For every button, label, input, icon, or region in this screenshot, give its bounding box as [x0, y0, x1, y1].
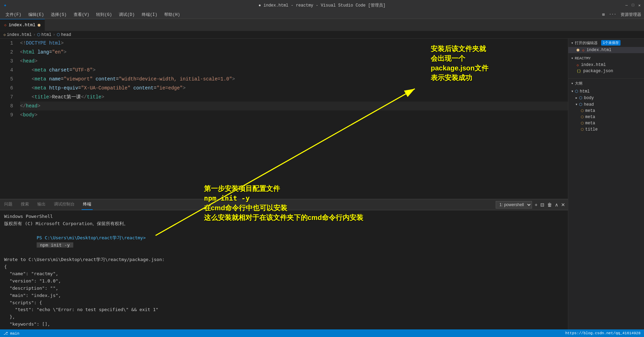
outline-meta3-label: meta [585, 121, 595, 126]
menu-bar: 文件(F) 编辑(E) 选择(S) 查看(V) 转到(G) 调试(D) 终端(I… [0, 10, 644, 19]
menu-edit[interactable]: 编辑(E) [26, 11, 47, 18]
code-line-1: <!DOCTYPE html> [20, 39, 568, 48]
terminal-json-test: "test": "echo \"Error: no test specified… [4, 306, 564, 314]
more-icon[interactable]: ··· [609, 12, 616, 17]
expand-panel-btn[interactable]: ∧ [555, 202, 558, 208]
terminal-json-keywords: "keywords": [], [4, 321, 564, 328]
terminal-dropdown[interactable]: 1: powershell [496, 201, 532, 209]
status-bar: ⎇ main https://blog.csdn.net/qq_41614928 [0, 329, 644, 337]
html-icon: ◇ [582, 48, 585, 52]
breadcrumb-head: head [61, 32, 71, 37]
outline-meta1-label: meta [585, 108, 595, 113]
outline-title-label: title [585, 127, 598, 132]
file-name-index: index.html [581, 62, 606, 67]
tab-output[interactable]: 输出 [36, 199, 47, 210]
tab-modified-dot [38, 24, 40, 27]
status-right: https://blog.csdn.net/qq_41614928 [565, 331, 641, 335]
outline-meta2-icon: ⬡ [581, 115, 584, 119]
outline-header[interactable]: ▾ 大纲 [568, 79, 644, 88]
delete-terminal-btn[interactable]: 🗑 [547, 202, 552, 208]
chevron-icon: ▾ [571, 41, 573, 45]
line-numbers: 1 2 3 4 5 6 7 8 9 [0, 39, 17, 119]
terminal-content[interactable]: Windows PowerShell 版权所有 (C) Microsoft Co… [0, 210, 568, 337]
close-btn[interactable]: ✕ [638, 3, 641, 8]
breadcrumb-item-head: ⬡ head [57, 32, 71, 37]
sidebar: ▾ 打开的编辑器 1个未保存 ◇ index.html ▾ REACTMY ◇ [568, 39, 644, 337]
menu-goto[interactable]: 转到(G) [93, 11, 115, 18]
outline-html-label: html [580, 89, 590, 94]
tab-label: index.html [9, 22, 36, 28]
breadcrumb: ◇ index.html › ⬡ html › ⬡ head [0, 31, 644, 39]
file-icon-json: {} [577, 69, 581, 73]
editor-area[interactable]: 1 2 3 4 5 6 7 8 9 <!DOCTYPE html> [0, 39, 568, 337]
open-editors-label: 打开的编辑器 [575, 40, 598, 46]
tab-problems[interactable]: 问题 [3, 199, 14, 210]
open-file-name: index.html [587, 48, 612, 52]
tab-bar: ◇ index.html [0, 19, 644, 31]
menu-select[interactable]: 选择(S) [48, 11, 69, 18]
outline-meta3-icon: ⬡ [581, 121, 584, 125]
panel-tab-controls: 1: powershell + ⊟ 🗑 ∧ ✕ [496, 201, 565, 209]
editor-tab-index-html[interactable]: ◇ index.html [0, 19, 45, 31]
outline-item-head[interactable]: ▾ ⬡ head [568, 101, 644, 108]
menu-debug[interactable]: 调试(D) [116, 11, 138, 18]
terminal-line-2: 版权所有 (C) Microsoft Corporation。保留所有权利。 [4, 220, 564, 228]
breadcrumb-html: html [41, 32, 52, 37]
modified-dot [577, 49, 579, 51]
terminal-json-name: "name": "reactmy", [4, 270, 564, 278]
outline-item-html[interactable]: ▾ ⬡ html [568, 88, 644, 95]
split-terminal-btn[interactable]: ⊟ [540, 202, 544, 208]
outline-item-body[interactable]: ▸ ⬡ body [568, 95, 644, 101]
file-icon: ◇ [3, 32, 6, 37]
maximize-btn[interactable]: □ [632, 3, 634, 8]
outline-section: ▾ 大纲 ▾ ⬡ html ▸ ⬡ body ▾ ⬡ [568, 78, 644, 133]
vscode-icon: ✦ [3, 2, 7, 9]
code-line-9: <body> [20, 110, 568, 119]
terminal-line-1: Windows PowerShell [4, 213, 564, 220]
code-line-5: <meta name="viewport" content="width=dev… [20, 75, 568, 84]
terminal-wrote: Wrote to C:\Users\mi\Desktop\react学习\rea… [4, 256, 564, 263]
new-terminal-btn[interactable]: + [535, 202, 538, 208]
open-editors-header[interactable]: ▾ 打开的编辑器 1个未保存 [568, 39, 644, 47]
status-left: ⎇ main [3, 331, 19, 336]
chevron-reactmy-icon: ▾ [571, 56, 573, 60]
tab-search[interactable]: 搜索 [19, 199, 30, 210]
breadcrumb-head-icon: ⬡ [57, 32, 60, 37]
tab-debug-console[interactable]: 调试控制台 [53, 199, 76, 210]
outline-head-icon: ⬡ [579, 102, 582, 107]
panel-tabs: 问题 搜索 输出 调试控制台 终端 1: powershell + ⊟ 🗑 ∧ … [0, 199, 568, 210]
reactmy-header[interactable]: ▾ REACTMY [568, 55, 644, 62]
code-line-4: <meta charset="UTF-8" > [20, 66, 568, 75]
close-panel-btn[interactable]: ✕ [561, 202, 565, 208]
layout-icon[interactable]: ⊞ [602, 12, 605, 17]
editor-content: 1 2 3 4 5 6 7 8 9 <!DOCTYPE html> [0, 39, 568, 119]
tab-terminal[interactable]: 终端 [82, 199, 93, 210]
terminal-json-scripts: "scripts": { [4, 299, 564, 307]
code-line-3: <head> [20, 57, 568, 66]
menu-file[interactable]: 文件(F) [3, 11, 24, 18]
outline-item-meta-3[interactable]: ⬡ meta [568, 120, 644, 126]
sidebar-file-index-html[interactable]: ◇ index.html [568, 62, 644, 68]
sidebar-open-file-index-html[interactable]: ◇ index.html [568, 47, 644, 53]
outline-item-meta-2[interactable]: ⬡ meta [568, 114, 644, 120]
minimize-btn[interactable]: — [625, 3, 628, 8]
outline-item-meta-1[interactable]: ⬡ meta [568, 108, 644, 114]
toolbar-right: ⊞ ··· 资源管理器 [602, 12, 641, 18]
menu-view[interactable]: 查看(V) [71, 11, 92, 18]
outline-item-title[interactable]: ⬡ title [568, 126, 644, 133]
breadcrumb-html-icon: ⬡ [37, 32, 40, 37]
code-lines[interactable]: <!DOCTYPE html> <html lang="en" > <head> [17, 39, 568, 119]
outline-html-icon: ⬡ [575, 89, 578, 94]
window-controls[interactable]: — □ ✕ [625, 3, 641, 8]
code-line-7: <title> React第一课 </title> [20, 93, 568, 102]
menu-help[interactable]: 帮助(H) [161, 11, 183, 18]
chevron-outline-icon: ▾ [571, 81, 573, 86]
menu-terminal[interactable]: 终端(I) [139, 11, 160, 18]
terminal-json-desc: "description": "", [4, 285, 564, 292]
title-bar: ✦ ● index.html - reactmy - Visual Studio… [0, 0, 644, 10]
sidebar-file-package-json[interactable]: {} package.json [568, 68, 644, 74]
outline-meta1-icon: ⬡ [581, 109, 584, 113]
reactmy-label: REACTMY [575, 56, 591, 60]
bottom-panel: 问题 搜索 输出 调试控制台 终端 1: powershell + ⊟ 🗑 ∧ … [0, 199, 568, 337]
terminal-json-open: { [4, 263, 564, 271]
